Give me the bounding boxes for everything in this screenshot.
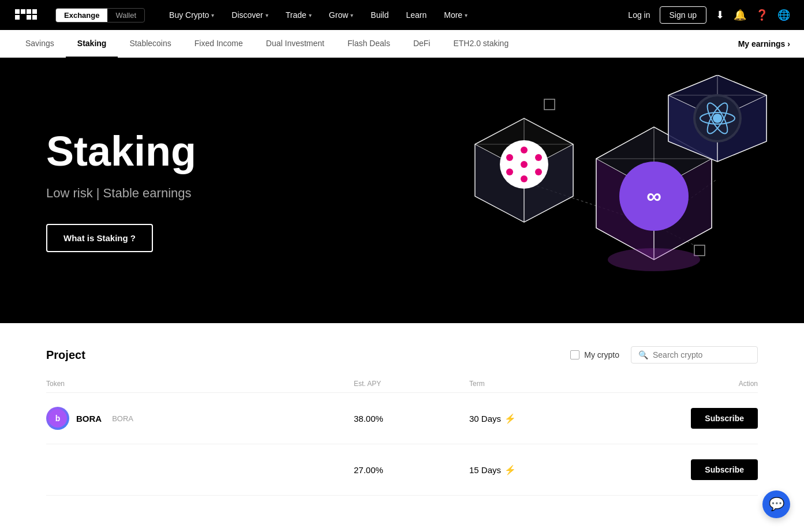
exchange-toggle-btn[interactable]: Exchange [56,9,107,22]
hero-section: Staking Low risk | Stable earnings What … [0,58,804,323]
project-section: Project My crypto 🔍 Token Est. APY Term … [0,323,804,519]
subnav-defi[interactable]: DeFi [402,30,442,58]
hero-content: Staking Low risk | Stable earnings What … [46,129,196,252]
nav-grow[interactable]: Grow ▾ [321,6,361,24]
chat-button[interactable]: 💬 [762,490,790,518]
bell-icon[interactable]: 🔔 [734,9,746,21]
search-input[interactable] [653,350,750,359]
svg-point-24 [506,154,513,161]
subnav-staking[interactable]: Staking [66,30,118,58]
bora-term: 30 Days ⚡ [469,413,642,424]
svg-rect-9 [544,99,555,110]
row2-apy: 27.00% [354,465,469,475]
bora-subscribe-button[interactable]: Subscribe [691,408,758,429]
svg-rect-4 [15,15,20,20]
chevron-down-icon: ▾ [265,12,268,18]
hero-title: Staking [46,129,196,174]
my-earnings-link[interactable]: My earnings › [738,39,790,48]
svg-text:∞: ∞ [646,184,661,208]
top-navigation: Exchange Wallet Buy Crypto ▾ Discover ▾ … [0,0,804,30]
lightning-icon: ⚡ [504,413,516,424]
nav-learn[interactable]: Learn [398,6,435,24]
action-column-header: Action [642,380,758,388]
svg-point-25 [535,154,542,161]
svg-rect-8 [32,15,37,20]
globe-icon[interactable]: 🌐 [777,9,790,21]
svg-point-36 [608,248,700,271]
token-icon-placeholder [46,458,69,481]
row2-term: 15 Days ⚡ [469,464,642,475]
token-column-header: Token [46,380,354,388]
svg-rect-10 [694,245,705,256]
svg-rect-7 [32,9,37,14]
nav-right-section: Log in Sign up ⬇ 🔔 ❓ 🌐 [628,6,790,24]
bora-apy: 38.00% [354,414,469,424]
hero-subtitle: Low risk | Stable earnings [46,186,196,201]
chevron-down-icon: ▾ [350,12,353,18]
hero-illustration: ∞ [412,75,769,306]
subnav-fixed-income[interactable]: Fixed Income [183,30,255,58]
project-title: Project [46,349,570,362]
bora-token-name: BORA [76,414,102,424]
nav-trade[interactable]: Trade ▾ [278,6,320,24]
table-row: b BORA BORA 38.00% 30 Days ⚡ Subscribe [46,393,758,444]
what-is-staking-button[interactable]: What is Staking ? [46,224,153,252]
nav-more[interactable]: More ▾ [436,6,476,24]
chevron-down-icon: ▾ [309,12,312,18]
nav-discover[interactable]: Discover ▾ [223,6,276,24]
wallet-toggle-btn[interactable]: Wallet [107,9,144,22]
svg-point-48 [713,114,722,123]
svg-rect-6 [27,15,31,20]
subnav-flash-deals[interactable]: Flash Deals [336,30,402,58]
apy-column-header: Est. APY [354,380,469,388]
project-header: Project My crypto 🔍 [46,346,758,364]
subnav-dual-investment[interactable]: Dual Investment [255,30,336,58]
signup-button[interactable]: Sign up [660,6,706,24]
svg-point-22 [521,147,528,153]
subnav-stablecoins[interactable]: Stablecoins [118,30,182,58]
svg-text:b: b [55,414,61,423]
my-crypto-checkbox[interactable] [570,350,579,359]
svg-point-28 [521,161,528,168]
svg-rect-2 [21,9,25,14]
svg-point-23 [521,175,528,182]
bora-token-ticker: BORA [112,414,133,423]
subnav-eth2-staking[interactable]: ETH2.0 staking [442,30,520,58]
token-cell-bora: b BORA BORA [46,407,354,430]
main-nav-items: Buy Crypto ▾ Discover ▾ Trade ▾ Grow ▾ B… [161,6,623,24]
sub-navigation: Savings Staking Stablecoins Fixed Income… [0,30,804,58]
lightning-icon: ⚡ [504,464,516,475]
row2-subscribe-button[interactable]: Subscribe [691,459,758,480]
download-icon[interactable]: ⬇ [716,9,724,21]
token-cell-2 [46,458,354,481]
svg-rect-5 [21,15,25,20]
chevron-down-icon: ▾ [211,12,214,18]
table-row: 27.00% 15 Days ⚡ Subscribe [46,444,758,496]
nav-build[interactable]: Build [362,6,397,24]
term-column-header: Term [469,380,642,388]
svg-rect-1 [15,9,20,14]
okx-logo[interactable] [14,7,42,23]
svg-point-26 [506,168,513,175]
help-icon[interactable]: ❓ [756,9,768,21]
chevron-right-icon: › [787,39,790,48]
svg-rect-3 [27,9,31,14]
exchange-wallet-toggle: Exchange Wallet [55,8,145,23]
search-icon: 🔍 [638,350,648,359]
search-box: 🔍 [631,346,758,364]
my-crypto-filter[interactable]: My crypto [570,350,619,359]
chat-icon: 💬 [769,497,784,512]
sub-nav-items: Savings Staking Stablecoins Fixed Income… [14,30,738,58]
nav-buy-crypto[interactable]: Buy Crypto ▾ [161,6,222,24]
svg-point-27 [535,168,542,175]
bora-token-icon: b [46,407,69,430]
login-button[interactable]: Log in [628,10,650,20]
table-header: Token Est. APY Term Action [46,375,758,393]
subnav-savings[interactable]: Savings [14,30,66,58]
chevron-down-icon: ▾ [465,12,468,18]
